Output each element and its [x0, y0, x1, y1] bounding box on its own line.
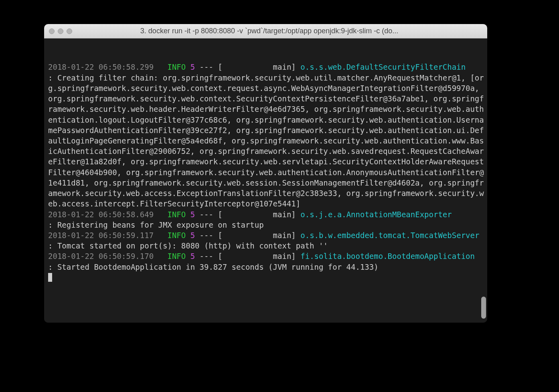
close-icon[interactable] — [49, 28, 55, 34]
zoom-icon[interactable] — [67, 28, 72, 34]
terminal-window: 3. docker run -it -p 8080:8080 -v `pwd`/… — [44, 24, 487, 323]
window-titlebar[interactable]: 3. docker run -it -p 8080:8080 -v `pwd`/… — [44, 24, 487, 38]
window-title: 3. docker run -it -p 8080:8080 -v `pwd`/… — [76, 27, 482, 35]
terminal-cursor — [48, 273, 52, 282]
minimize-icon[interactable] — [58, 28, 63, 34]
scrollbar-thumb[interactable] — [481, 297, 486, 319]
terminal-output: 2018-01-22 06:50:58.299 INFO 5 --- [ mai… — [48, 62, 484, 283]
terminal-body[interactable]: 2018-01-22 06:50:58.299 INFO 5 --- [ mai… — [44, 38, 487, 323]
traffic-lights — [49, 28, 72, 34]
